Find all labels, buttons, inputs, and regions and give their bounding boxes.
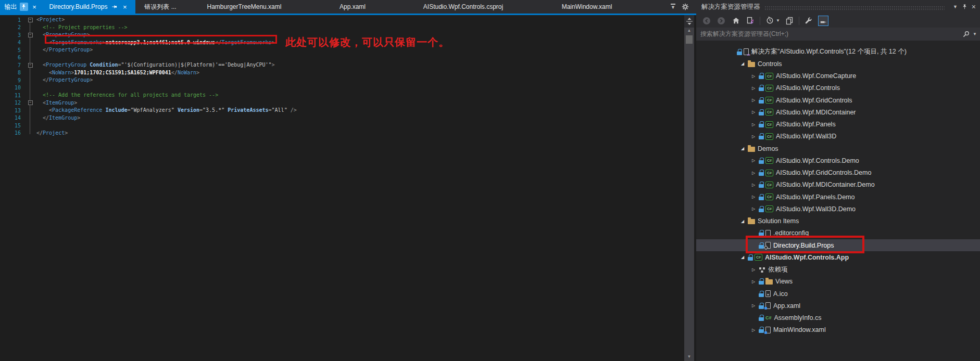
csharp-file-icon: C# <box>765 315 772 320</box>
editor-split-grip[interactable] <box>684 15 694 28</box>
expanded-arrow-icon[interactable]: ◢ <box>737 255 748 260</box>
folder-icon <box>748 62 755 67</box>
tree-item-aistudio.wpf.panels.demo[interactable]: ▷C#AIStudio.Wpf.Panels.Demo <box>696 191 980 203</box>
expanded-arrow-icon[interactable]: ◢ <box>737 61 748 66</box>
tree-item--aistudio.wpf.controls-12-12-[interactable]: 解决方案"AIStudio.Wpf.Controls"(12 个项目, 共 12… <box>696 46 980 58</box>
tree-item-controls[interactable]: ◢Controls <box>696 58 980 70</box>
properties-wrench-icon[interactable] <box>803 16 814 26</box>
show-all-files-icon[interactable] <box>784 16 795 26</box>
fold-collapse-icon[interactable]: − <box>28 18 33 22</box>
tree-item-a.ico[interactable]: A.ico <box>696 288 980 300</box>
tree-item-aistudio.wpf.gridcontrols[interactable]: ▷C#AIStudio.Wpf.GridControls <box>696 94 980 106</box>
tab-list-chevron-icon[interactable]: ▼ <box>671 4 675 10</box>
home-icon[interactable] <box>731 16 741 26</box>
window-position-chevron-icon[interactable]: ▼ <box>953 4 958 9</box>
tab-hamburgertreemenu.xaml[interactable]: HamburgerTreeMenu.xaml <box>185 0 303 14</box>
tree-item-aistudio.wpf.controls[interactable]: ▷C#AIStudio.Wpf.Controls <box>696 82 980 94</box>
tree-item-aistudio.wpf.wall3d[interactable]: ▷C#AIStudio.Wpf.Wall3D <box>696 131 980 143</box>
folder-icon <box>748 219 755 224</box>
editor-vertical-scrollbar[interactable]: ▲ ▼ <box>684 15 694 361</box>
tree-item-mainwindow.xaml[interactable]: ▷MainWindow.xaml <box>696 324 980 336</box>
document-options-gear-icon[interactable] <box>682 3 689 10</box>
preview-selected-items-icon[interactable] <box>818 16 828 26</box>
forward-icon[interactable] <box>716 16 726 26</box>
tree-item-aistudio.wpf.panels[interactable]: ▷C#AIStudio.Wpf.Panels <box>696 119 980 131</box>
tab-mainwindow.xaml[interactable]: MainWindow.xaml <box>524 0 649 14</box>
collapsed-arrow-icon[interactable]: ▷ <box>748 279 759 284</box>
search-icon[interactable] <box>959 31 973 37</box>
tree-item-views[interactable]: ▷Views <box>696 276 980 288</box>
tab-label: AIStudio.Wpf.Controls.csproj <box>423 3 503 10</box>
tab--...[interactable]: 错误列表 ... <box>135 0 185 14</box>
pin-tab-icon[interactable] <box>110 3 118 11</box>
collapsed-arrow-icon[interactable]: ▷ <box>748 328 759 332</box>
tab--[interactable]: 输出× <box>0 0 43 14</box>
toolbar-separator <box>760 17 760 25</box>
fold-collapse-icon[interactable]: − <box>28 100 33 105</box>
collapsed-arrow-icon[interactable]: ▷ <box>748 110 759 114</box>
tab-directory.build.props[interactable]: Directory.Build.Props× <box>43 0 135 14</box>
code-text: </Project> <box>36 130 68 137</box>
tree-item-demos[interactable]: ◢Demos <box>696 143 980 154</box>
tree-item-aistudio.wpf.gridcontrols.demo[interactable]: ▷C#AIStudio.Wpf.GridControls.Demo <box>696 167 980 179</box>
code-text: <PackageReference Include="WpfAnalyzers"… <box>36 107 297 114</box>
folder-icon <box>748 147 755 152</box>
pin-tab-icon[interactable] <box>20 3 28 11</box>
collapsed-arrow-icon[interactable]: ▷ <box>748 86 759 91</box>
fold-collapse-icon[interactable]: − <box>28 33 33 37</box>
fold-collapse-icon[interactable]: − <box>28 63 33 68</box>
collapsed-arrow-icon[interactable]: ▷ <box>748 74 759 79</box>
solution-search-box[interactable]: 搜索解决方案资源管理器(Ctrl+;) ▼ <box>696 28 980 41</box>
tree-item-label: AIStudio.Wpf.Wall3D.Demo <box>776 205 856 213</box>
csharp-project-icon: C# <box>765 133 773 140</box>
collapsed-arrow-icon[interactable]: ▷ <box>748 134 759 139</box>
toolbar-separator <box>799 17 799 25</box>
tree-item-assemblyinfo.cs[interactable]: C#AssemblyInfo.cs <box>696 312 980 324</box>
collapsed-arrow-icon[interactable]: ▷ <box>748 303 759 308</box>
scrollbar-thumb[interactable] <box>686 35 693 44</box>
tree-item-aistudio.wpf.mdicontainer[interactable]: ▷C#AIStudio.Wpf.MDIContainer <box>696 106 980 118</box>
close-panel-icon[interactable]: × <box>972 3 976 11</box>
close-tab-icon[interactable]: × <box>121 3 129 11</box>
lock-icon <box>759 327 764 333</box>
tree-item-aistudio.wpf.controls.demo[interactable]: ▷C#AIStudio.Wpf.Controls.Demo <box>696 154 980 166</box>
pin-panel-icon[interactable] <box>962 4 968 10</box>
sync-with-active-document-icon[interactable] <box>745 16 756 26</box>
expanded-arrow-icon[interactable]: ◢ <box>737 219 748 224</box>
collapsed-arrow-icon[interactable]: ▷ <box>748 98 759 102</box>
line-number: 15 <box>0 123 24 128</box>
tree-item-solution-items[interactable]: ◢Solution Items <box>696 215 980 227</box>
tree-item-aistudio.wpf.mdicontainer.demo[interactable]: ▷C#AIStudio.Wpf.MDIContainer.Demo <box>696 179 980 191</box>
code-line-16: 16</Project> <box>0 130 684 137</box>
search-options-chevron-icon[interactable]: ▼ <box>973 32 980 36</box>
tree-item-aistudio.wpf.comecapture[interactable]: ▷C#AIStudio.Wpf.ComeCapture <box>696 70 980 82</box>
collapsed-arrow-icon[interactable]: ▷ <box>748 195 759 199</box>
expanded-arrow-icon[interactable]: ◢ <box>737 146 748 151</box>
collapsed-arrow-icon[interactable]: ▷ <box>748 171 759 175</box>
pending-changes-filter-icon[interactable] <box>764 16 775 26</box>
line-number: 1 <box>0 17 24 23</box>
tree-item-app.xaml[interactable]: ▷App.xaml <box>696 300 980 312</box>
collapsed-arrow-icon[interactable]: ▷ <box>748 183 759 187</box>
solution-explorer-header[interactable]: 解决方案资源管理器 ▼ × <box>696 0 980 14</box>
filter-dropdown-chevron-icon[interactable]: ▼ <box>776 18 780 23</box>
tree-item-label: AIStudio.Wpf.GridControls <box>776 97 852 104</box>
collapsed-arrow-icon[interactable]: ▷ <box>748 267 759 272</box>
scroll-down-arrow[interactable]: ▼ <box>684 354 694 360</box>
tab-label: 输出 <box>5 3 17 11</box>
close-tab-icon[interactable]: × <box>31 3 39 11</box>
code-editor-surface[interactable]: 此处可以修改，可以只保留一个。 1−<Project>2<!-- Project… <box>0 15 684 361</box>
tree-item-aistudio.wpf.wall3d.demo[interactable]: ▷C#AIStudio.Wpf.Wall3D.Demo <box>696 203 980 215</box>
collapsed-arrow-icon[interactable]: ▷ <box>748 207 759 211</box>
tab-app.xaml[interactable]: App.xaml <box>303 0 402 14</box>
tree-item--[interactable]: ▷依赖项 <box>696 264 980 276</box>
collapsed-arrow-icon[interactable]: ▷ <box>748 158 759 163</box>
code-text: <Project> <box>36 16 65 24</box>
collapsed-arrow-icon[interactable]: ▷ <box>748 122 759 127</box>
line-number: 7 <box>0 62 24 68</box>
csharp-project-icon: C# <box>765 109 773 115</box>
drag-dots-texture <box>764 6 945 10</box>
scroll-up-arrow[interactable]: ▲ <box>684 28 694 34</box>
tab-aistudio.wpf.controls.csproj[interactable]: AIStudio.Wpf.Controls.csproj <box>402 0 524 14</box>
back-icon[interactable] <box>701 16 712 26</box>
